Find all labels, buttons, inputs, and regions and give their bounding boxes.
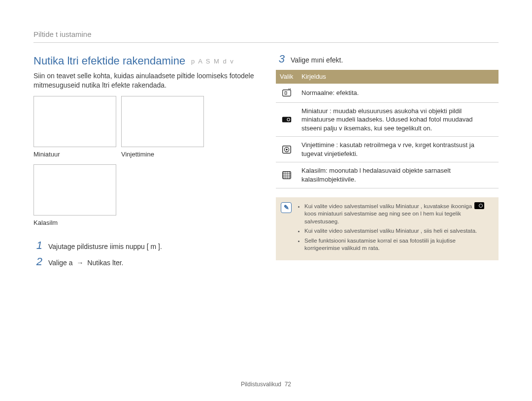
note-item: Selle funktsiooni kasutamise korral ei s…: [304, 237, 493, 252]
step-number: 3: [276, 54, 285, 65]
note-list: Kui valite video salvestamisel valiku Mi…: [297, 202, 493, 254]
step-number: 2: [33, 256, 42, 268]
thumb-image-placeholder: [33, 96, 116, 147]
table-cell-desc: Vinjettimine : kasutab retroilmega v rve…: [298, 137, 499, 162]
page-footer: Pildistusvalikud 72: [0, 380, 532, 388]
miniature-icon: [281, 114, 292, 125]
step-2: 2 Valige a → Nutikas lter.: [33, 256, 256, 268]
note-item: Kui valite video salvestamisel valiku Mi…: [304, 202, 493, 226]
thumb-miniature: Miniatuur: [33, 96, 116, 165]
svg-point-6: [286, 149, 288, 151]
left-column: Nutika ltri efektide rakendamine p A S M…: [33, 54, 256, 272]
miniature-record-icon: [474, 202, 484, 209]
vignette-icon: [281, 144, 292, 155]
footer-page: 72: [285, 381, 291, 388]
step-suffix: .: [122, 259, 124, 267]
table-cell-desc: Miniatuur : muudab elusuuruses asukoha v…: [298, 102, 499, 137]
table-cell-desc: Kalasilm: moonutab l hedalasuvaid objekt…: [298, 162, 499, 188]
table-row: Kalasilm: moonutab l hedalasuvaid objekt…: [276, 162, 499, 188]
step-number: 1: [33, 240, 42, 251]
effects-table: Valik Kirjeldus Normaalne: efektita.: [276, 70, 499, 188]
table-header-desc: Kirjeldus: [298, 70, 499, 84]
svg-rect-1: [285, 92, 287, 94]
step-prefix: Valige a: [48, 259, 74, 267]
thumb-image-placeholder: [121, 96, 204, 147]
intro-text: Siin on teavet selle kohta, kuidas ainul…: [33, 71, 256, 90]
note-box: ✎ Kui valite video salvestamisel valiku …: [276, 197, 499, 260]
arrow-icon: →: [76, 259, 83, 267]
step-text: Valige mıni efekt.: [291, 54, 343, 65]
note-icon: ✎: [281, 202, 292, 213]
thumb-fisheye: Kalasilm: [33, 164, 116, 233]
table-row: Vinjettimine : kasutab retroilmega v rve…: [276, 137, 499, 162]
menu-path: Nutikas lter: [87, 259, 121, 267]
mode-badges: p A S M d v: [191, 58, 234, 65]
table-row: Normaalne: efektita.: [276, 84, 499, 103]
normal-icon: [281, 88, 292, 98]
fisheye-icon: [281, 170, 292, 181]
table-row: Miniatuur : muudab elusuuruses asukoha v…: [276, 102, 499, 137]
effect-thumbnails: Miniatuur Vinjettimine Kalasilm: [33, 96, 256, 233]
footer-section: Pildistusvalikud: [241, 381, 281, 388]
note-item: Kui valite video salvestamisel valiku Mi…: [304, 227, 493, 235]
step-1: 1 Vajutage pildistusre iimis nuppu [ m ]…: [33, 240, 256, 251]
right-column: 3 Valige mıni efekt. Valik Kirjeldus Nor…: [276, 54, 499, 272]
table-cell-desc: Normaalne: efektita.: [298, 84, 499, 103]
table-header-option: Valik: [276, 70, 298, 84]
breadcrumb: Piltide t iustamine: [33, 30, 499, 43]
thumb-label: Vinjettimine: [121, 150, 204, 159]
thumb-label: Miniatuur: [33, 150, 116, 159]
thumb-vignette: Vinjettimine: [121, 96, 204, 165]
step-3: 3 Valige mıni efekt.: [276, 54, 499, 65]
page-title: Nutika ltri efektide rakendamine: [33, 55, 185, 67]
thumb-image-placeholder: [33, 164, 116, 216]
thumb-label: Kalasilm: [33, 218, 116, 227]
step-text: Vajutage pildistusre iimis nuppu [ m ].: [48, 240, 162, 251]
step-text: Valige a → Nutikas lter.: [48, 256, 123, 268]
